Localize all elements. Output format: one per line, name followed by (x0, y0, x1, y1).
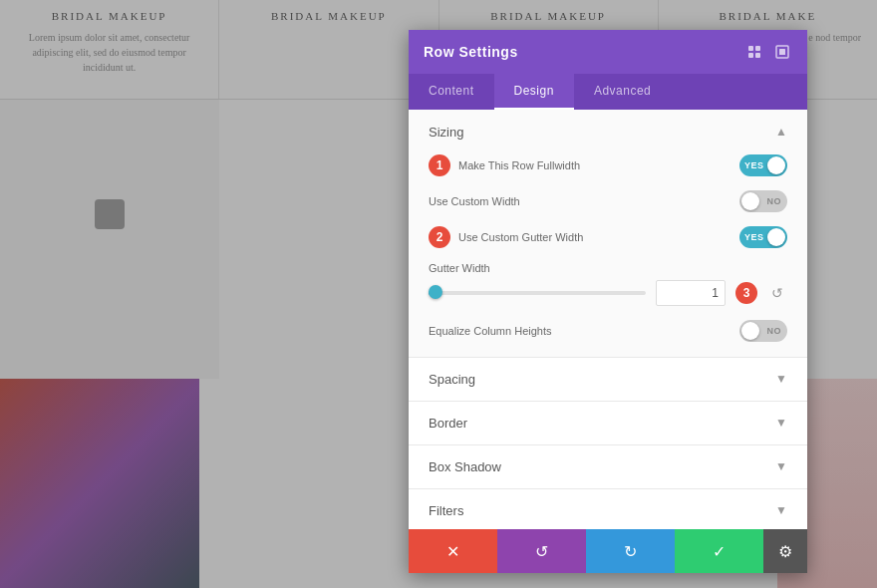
border-chevron-icon: ▼ (775, 416, 787, 431)
custom-width-toggle[interactable]: NO (739, 190, 787, 212)
gutter-value-badge: 3 (735, 282, 757, 304)
custom-width-toggle-knob (741, 192, 759, 210)
filters-chevron-icon: ▼ (775, 503, 787, 518)
panel-tabs: Content Design Advanced (409, 74, 807, 110)
border-header[interactable]: Border ▼ (409, 402, 807, 444)
sizing-header[interactable]: Sizing ▲ (429, 125, 787, 140)
equalize-toggle-wrapper: NO (739, 320, 787, 342)
box-shadow-header[interactable]: Box Shadow ▼ (409, 445, 807, 488)
svg-rect-2 (748, 53, 753, 58)
redo-icon: ↻ (624, 542, 637, 561)
gutter-reset-icon[interactable]: ↺ (767, 283, 787, 303)
spacing-chevron-icon: ▼ (775, 372, 787, 387)
border-section: Border ▼ (409, 402, 807, 445)
svg-rect-3 (755, 53, 760, 58)
panel-header: Row Settings (409, 30, 807, 74)
custom-width-label: Use Custom Width (429, 195, 739, 207)
fullwidth-field-row: 1 Make This Row Fullwidth YES (429, 154, 787, 176)
custom-width-field-row: Use Custom Width NO (429, 190, 787, 212)
undo-button[interactable]: ↺ (497, 529, 586, 573)
gutter-width-slider-label: Gutter Width (429, 262, 787, 274)
box-shadow-chevron-icon: ▼ (775, 459, 787, 474)
tab-content[interactable]: Content (409, 74, 494, 110)
settings-button[interactable]: ⚙ (763, 529, 807, 573)
fullwidth-badge: 1 (429, 154, 450, 176)
gutter-toggle-knob (767, 228, 785, 246)
gutter-toggle[interactable]: YES (739, 226, 787, 248)
save-icon: ✓ (713, 542, 726, 561)
equalize-label: Equalize Column Heights (429, 325, 739, 337)
tab-advanced[interactable]: Advanced (574, 74, 671, 110)
gutter-value-input[interactable] (656, 280, 726, 306)
fullwidth-label: Make This Row Fullwidth (458, 159, 739, 171)
spacing-title: Spacing (429, 372, 475, 387)
panel-body: Sizing ▲ 1 Make This Row Fullwidth YES U… (409, 110, 807, 529)
svg-rect-0 (748, 46, 753, 51)
equalize-toggle-no: NO (767, 326, 782, 336)
panel-header-icons (744, 42, 792, 62)
gutter-width-slider-row: Gutter Width (429, 262, 787, 274)
save-button[interactable]: ✓ (675, 529, 763, 573)
redo-button[interactable]: ↻ (586, 529, 675, 573)
fullwidth-toggle-knob (767, 156, 785, 174)
panel-title: Row Settings (424, 44, 518, 60)
equalize-toggle-knob (741, 322, 759, 340)
sizing-title: Sizing (429, 125, 463, 140)
fullwidth-toggle[interactable]: YES (739, 154, 787, 176)
settings-icon: ⚙ (778, 542, 792, 561)
expand-icon[interactable] (772, 42, 792, 62)
gutter-width-label: Use Custom Gutter Width (458, 231, 739, 243)
equalize-toggle[interactable]: NO (739, 320, 787, 342)
box-shadow-section: Box Shadow ▼ (409, 445, 807, 489)
custom-width-toggle-wrapper: NO (739, 190, 787, 212)
panel-toolbar: ✕ ↺ ↻ ✓ ⚙ (409, 529, 807, 573)
filters-title: Filters (429, 503, 463, 518)
cancel-icon: ✕ (446, 542, 459, 561)
sizing-collapse-icon[interactable]: ▲ (775, 125, 787, 140)
gutter-slider-row: 3 ↺ (429, 280, 787, 306)
spacing-section: Spacing ▼ (409, 358, 807, 402)
fullwidth-toggle-yes: YES (744, 160, 764, 170)
equalize-field-row: Equalize Column Heights NO (429, 320, 787, 342)
gutter-slider-track[interactable] (429, 291, 646, 295)
svg-rect-1 (755, 46, 760, 51)
custom-width-toggle-no: NO (767, 196, 782, 206)
filters-header[interactable]: Filters ▼ (409, 489, 807, 529)
gutter-width-field-row: 2 Use Custom Gutter Width YES (429, 226, 787, 248)
row-settings-panel: Row Settings Content Design Advanced (409, 30, 807, 573)
filters-section: Filters ▼ (409, 489, 807, 529)
gutter-slider-thumb[interactable] (429, 285, 442, 299)
tab-design[interactable]: Design (494, 74, 574, 110)
undo-icon: ↺ (535, 542, 548, 561)
gutter-badge: 2 (429, 226, 450, 248)
grid-icon[interactable] (744, 42, 764, 62)
fullwidth-toggle-wrapper: YES (739, 154, 787, 176)
spacing-header[interactable]: Spacing ▼ (409, 358, 807, 401)
svg-rect-5 (779, 49, 785, 55)
gutter-toggle-yes: YES (744, 232, 764, 242)
gutter-toggle-wrapper: YES (739, 226, 787, 248)
cancel-button[interactable]: ✕ (409, 529, 497, 573)
box-shadow-title: Box Shadow (429, 459, 501, 474)
border-title: Border (429, 416, 467, 431)
sizing-section: Sizing ▲ 1 Make This Row Fullwidth YES U… (409, 110, 807, 358)
